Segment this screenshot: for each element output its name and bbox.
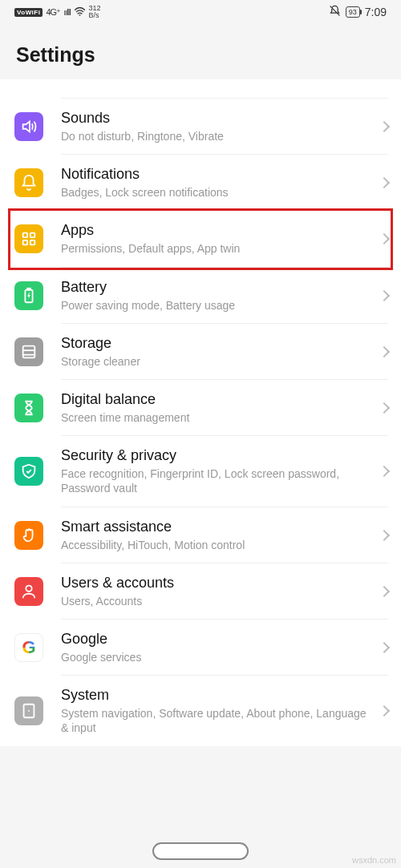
list-item-texts: Digital balance Screen time management [61,390,374,426]
list-item-texts: Smart assistance Accessibility, HiTouch,… [61,517,374,554]
list-item-subtitle: Badges, Lock screen notifications [61,185,374,200]
list-item-subtitle: Face recognition, Fingerprint ID, Lock s… [61,466,374,495]
list-item-apps[interactable]: Apps Permissions, Default apps, App twin [0,211,401,267]
list-item-subtitle: Do not disturb, Ringtone, Vibrate [61,129,374,143]
chevron-right-icon [379,177,390,188]
list-item-title: Battery [61,279,374,296]
settings-list: Sounds Do not disturb, Ringtone, Vibrate… [0,79,401,746]
net-speed: 312 B/s [89,5,101,19]
gesture-nav-pill[interactable] [152,842,249,860]
list-item-users[interactable]: Users & accounts Users, Accounts [0,563,401,620]
list-item-texts: Google Google services [61,629,374,666]
list-item-texts: Apps Permissions, Default apps, App twin [61,220,374,257]
list-item-texts: Users & accounts Users, Accounts [61,573,374,610]
svg-rect-4 [30,240,35,245]
mute-icon [329,5,341,19]
list-item-smart-assistance[interactable]: Smart assistance Accessibility, HiTouch,… [0,507,401,563]
list-item-subtitle: Permissions, Default apps, App twin [61,241,374,256]
list-item-storage[interactable]: Storage Storage cleaner [0,324,401,380]
shield-icon [14,457,43,486]
svg-rect-7 [23,346,35,358]
google-icon: G [14,633,43,662]
list-item-sounds[interactable]: Sounds Do not disturb, Ringtone, Vibrate [0,99,401,155]
chevron-right-icon [379,530,390,541]
list-item-title: Apps [61,222,374,239]
list-item-battery[interactable]: Battery Power saving mode, Battery usage [0,268,401,324]
chevron-right-icon [379,586,390,597]
watermark: wsxdn.com [352,855,396,865]
list-item-title: Digital balance [61,391,374,408]
list-item-title: Notifications [61,166,374,183]
chevron-right-icon [379,642,390,653]
list-item-security[interactable]: Security & privacy Face recognition, Fin… [0,436,401,507]
status-bar: VoWiFi 4G⁺ ıılll 312 B/s 93 7:09 [0,0,401,24]
list-item-texts: System System navigation, Software updat… [61,685,374,737]
list-item-notifications[interactable]: Notifications Badges, Lock screen notifi… [0,155,401,211]
hourglass-icon [14,394,43,422]
list-item-texts: Security & privacy Face recognition, Fin… [61,446,374,497]
battery-icon [14,281,43,310]
vowifi-badge: VoWiFi [14,8,43,17]
svg-rect-1 [23,233,28,238]
chevron-right-icon [379,290,390,301]
chevron-right-icon [379,233,390,244]
svg-rect-6 [27,288,30,289]
sound-icon [14,112,43,141]
list-item-texts: Storage Storage cleaner [61,333,374,370]
clock: 7:09 [365,6,387,18]
svg-point-12 [28,710,30,712]
list-item-title: Security & privacy [61,447,374,464]
list-item-subtitle: Google services [61,650,374,664]
svg-rect-3 [23,240,28,245]
list-item-subtitle: Accessibility, HiTouch, Motion control [61,538,374,552]
list-item-title: Users & accounts [61,575,374,591]
list-item-digital-balance[interactable]: Digital balance Screen time management [0,380,401,436]
wifi-icon [74,6,86,18]
storage-icon [14,337,43,366]
chevron-right-icon [379,121,390,132]
user-icon [14,577,43,606]
apps-icon [14,224,43,253]
list-item-subtitle: Power saving mode, Battery usage [61,298,374,313]
system-icon [14,696,43,725]
list-item-title: Storage [61,335,374,352]
chevron-right-icon [379,705,390,717]
chevron-right-icon [379,402,390,414]
list-item-title: Google [61,631,374,648]
chevron-right-icon [379,466,390,477]
page-title: Settings [0,24,401,79]
svg-point-10 [26,585,31,591]
list-item-title: Smart assistance [61,519,374,535]
list-item-title: System [61,687,374,704]
list-item-texts: Notifications Badges, Lock screen notifi… [61,164,374,201]
chevron-right-icon [379,346,390,357]
list-item-subtitle: Screen time management [61,410,374,425]
status-left: VoWiFi 4G⁺ ıılll 312 B/s [14,5,101,19]
list-item-google[interactable]: G Google Google services [0,620,401,676]
svg-rect-2 [30,233,35,238]
list-item-texts: Battery Power saving mode, Battery usage [61,277,374,314]
battery-indicator: 93 [346,6,360,18]
list-item-title: Sounds [61,110,374,127]
status-right: 93 7:09 [329,5,387,19]
bell-icon [14,168,43,197]
signal-bars-icon: ıılll [63,7,70,17]
list-item-texts: Sounds Do not disturb, Ringtone, Vibrate [61,108,374,145]
list-item-partial[interactable] [0,79,401,99]
signal-gen: 4G⁺ [46,7,60,18]
list-item-subtitle: Users, Accounts [61,594,374,608]
list-item-subtitle: System navigation, Software update, Abou… [61,706,374,735]
list-item-system[interactable]: System System navigation, Software updat… [0,676,401,746]
svg-point-0 [79,14,80,15]
list-item-subtitle: Storage cleaner [61,354,374,369]
hand-icon [14,521,43,550]
